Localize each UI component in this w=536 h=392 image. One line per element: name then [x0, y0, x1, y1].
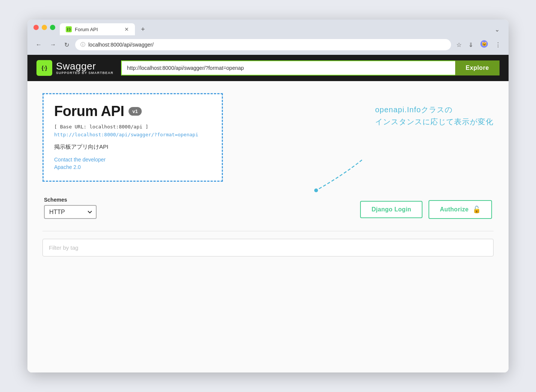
svg-text:{·}: {·} [42, 65, 47, 71]
api-info-box: Forum API v1 [ Base URL: localhost:8000/… [42, 93, 223, 182]
version-badge: v1 [129, 107, 141, 116]
annotation-arrow [287, 152, 369, 198]
address-input[interactable] [88, 42, 446, 48]
address-input-wrap[interactable]: ⓘ [75, 39, 451, 50]
maximize-button[interactable] [50, 25, 55, 30]
annotation-text: openapi.Infoクラスの インスタンスに応じて表示が変化 [375, 104, 494, 128]
lock-icon: ⓘ [80, 41, 85, 48]
window-controls [33, 25, 55, 30]
license-link[interactable]: Apache 2.0 [54, 164, 211, 170]
address-bar: ← → ↻ ⓘ ☆ ⇓ 😺 ⋮ [27, 35, 509, 55]
contact-link[interactable]: Contact the developer [54, 157, 211, 163]
django-login-button[interactable]: Django Login [360, 201, 422, 218]
download-icon[interactable]: ⇓ [467, 40, 475, 50]
svg-point-4 [314, 188, 318, 192]
swagger-logo: {·} Swagger Supported by SMARTBEAR [36, 60, 114, 76]
lock-icon: 🔓 [472, 205, 481, 214]
schemes-select[interactable]: HTTP HTTPS [44, 205, 97, 219]
api-title: Forum API [54, 103, 124, 119]
authorize-button[interactable]: Authorize 🔓 [428, 200, 492, 219]
reload-button[interactable]: ↻ [62, 40, 71, 50]
explore-button[interactable]: Explore [455, 60, 500, 75]
tab-dropdown-button[interactable]: ⌄ [492, 24, 503, 35]
base-url: [ Base URL: localhost:8000/api ] [54, 124, 211, 130]
svg-text:😺: 😺 [481, 41, 487, 47]
api-description: 掲示板アプリ向けAPI [54, 143, 211, 151]
back-button[interactable]: ← [33, 40, 44, 50]
swagger-header: {·} Swagger Supported by SMARTBEAR Explo… [27, 55, 509, 81]
main-content: Forum API v1 [ Base URL: localhost:8000/… [27, 81, 509, 372]
title-bar: {·} Forum API ✕ + ⌄ [27, 20, 509, 35]
bookmark-icon[interactable]: ☆ [455, 40, 463, 50]
schemes-auth-row: Schemes HTTP HTTPS Django Login Authoriz… [42, 197, 494, 219]
swagger-name: Swagger [56, 61, 114, 71]
swagger-url-bar[interactable]: Explore [121, 60, 500, 75]
forward-button[interactable]: → [48, 40, 58, 50]
active-tab[interactable]: {·} Forum API ✕ [60, 23, 135, 35]
auth-buttons: Django Login Authorize 🔓 [360, 200, 492, 219]
new-tab-button[interactable]: + [138, 24, 148, 35]
swagger-url-input[interactable] [121, 60, 455, 75]
swagger-logo-text: Swagger Supported by SMARTBEAR [56, 61, 114, 75]
schemes-section: Schemes HTTP HTTPS [44, 197, 97, 219]
tab-close-button[interactable]: ✕ [124, 26, 129, 32]
filter-bar[interactable]: Filter by tag [42, 239, 494, 256]
tab-title: Forum API [75, 27, 121, 32]
divider [42, 231, 494, 231]
swagger-sub: Supported by SMARTBEAR [56, 71, 114, 75]
api-title-row: Forum API v1 [54, 103, 211, 119]
tab-favicon: {·} [66, 26, 72, 32]
more-options-icon[interactable]: ⋮ [494, 40, 503, 50]
browser-window: {·} Forum API ✕ + ⌄ ← → ↻ ⓘ ☆ ⇓ 😺 ⋮ [27, 20, 509, 372]
extension-icon[interactable]: 😺 [478, 38, 490, 51]
schemes-label: Schemes [44, 197, 97, 203]
minimize-button[interactable] [42, 25, 47, 30]
close-button[interactable] [33, 25, 39, 30]
api-link[interactable]: http://localhost:8000/api/swagger/?forma… [54, 132, 211, 137]
swagger-logo-icon: {·} [36, 60, 52, 76]
